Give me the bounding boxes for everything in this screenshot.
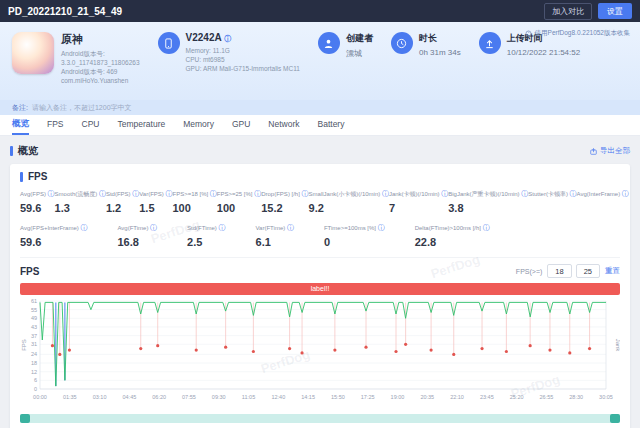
svg-text:31: 31 <box>31 341 37 347</box>
info-icon[interactable]: ⓘ <box>622 190 629 197</box>
metric-value: 7 <box>389 202 448 214</box>
svg-text:25:20: 25:20 <box>510 394 524 400</box>
chart-range-scrollbar[interactable] <box>20 414 620 423</box>
info-icon[interactable]: ⓘ <box>521 190 528 197</box>
reset-button[interactable]: 重置 <box>605 266 620 276</box>
svg-text:26:55: 26:55 <box>540 394 554 400</box>
game-resource-version: Android版本号: 469 <box>61 67 140 76</box>
upload-time-value: 10/12/2022 21:54:52 <box>507 48 580 57</box>
info-icon[interactable]: ⓘ <box>210 190 217 197</box>
phone-icon <box>158 32 180 54</box>
tab-FPS[interactable]: FPS <box>47 115 64 135</box>
info-icon[interactable]: ⓘ <box>224 35 231 42</box>
metric-value: 9.2 <box>309 202 389 214</box>
creator-value: 漂城 <box>346 48 373 59</box>
tab-概览[interactable]: 概览 <box>12 115 29 135</box>
game-icon <box>12 32 54 74</box>
device-block: V2242A ⓘ Memory: 11.1G CPU: mt6985 GPU: … <box>158 32 300 73</box>
metric-label: BigJank(严重卡顿)(/10min) ⓘ <box>448 189 528 199</box>
metric-value: 1.3 <box>55 202 106 214</box>
info-icon[interactable]: ⓘ <box>99 190 106 197</box>
collector-version-note: 使用PerfDog8.0.221052版本收集 <box>525 29 630 38</box>
export-all-button[interactable]: 导出全部 <box>590 146 630 156</box>
game-version-label: Android版本号: <box>61 49 140 58</box>
person-icon <box>318 32 340 54</box>
fps-chart-header: FPS FPS(>=) 1825 重置 <box>20 264 620 278</box>
tab-Temperature[interactable]: Temperature <box>117 115 165 135</box>
metric-cell: Std(FTime) ⓘ2.5 <box>187 223 225 248</box>
fps-threshold-label: FPS(>=) <box>516 268 542 275</box>
fps-panel-title: FPS <box>28 171 47 182</box>
info-icon[interactable]: ⓘ <box>378 224 385 231</box>
settings-button[interactable]: 设置 <box>598 3 632 19</box>
tab-bar: 概览FPSCPUTemperatureMemoryGPUNetworkBatte… <box>0 115 640 136</box>
svg-text:30:05: 30:05 <box>599 394 613 400</box>
tab-Network[interactable]: Network <box>268 115 299 135</box>
info-icon[interactable]: ⓘ <box>287 224 294 231</box>
info-icon[interactable]: ⓘ <box>80 224 87 231</box>
refresh-icon <box>525 30 532 37</box>
svg-text:43: 43 <box>31 324 37 330</box>
info-icon[interactable]: ⓘ <box>483 224 490 231</box>
info-icon[interactable]: ⓘ <box>441 190 448 197</box>
svg-text:15:50: 15:50 <box>331 394 345 400</box>
info-icon[interactable]: ⓘ <box>132 190 139 197</box>
info-icon[interactable]: ⓘ <box>48 190 55 197</box>
tab-GPU[interactable]: GPU <box>232 115 250 135</box>
fps-thresholds: 1825 <box>547 264 600 278</box>
device-gpu: GPU: ARM Mali-G715-Immortalis MC11 <box>186 64 300 73</box>
content-area: 概览 导出全部 FPS Avg(FPS) ⓘ59.6Smooth(流畅度) ⓘ1… <box>0 136 640 428</box>
compare-button[interactable]: 加入对比 <box>544 3 592 20</box>
metric-value: 100 <box>172 202 216 214</box>
metric-label: Std(FPS) ⓘ <box>106 189 139 199</box>
svg-text:24: 24 <box>31 351 37 357</box>
metric-value: 15.2 <box>261 202 308 214</box>
svg-text:6: 6 <box>34 377 37 383</box>
metric-cell: Smooth(流畅度) ⓘ1.3 <box>55 189 106 214</box>
svg-text:11:05: 11:05 <box>242 394 255 400</box>
upload-icon <box>479 32 501 54</box>
svg-text:23:45: 23:45 <box>480 394 494 400</box>
metric-cell: Std(FPS) ⓘ1.2 <box>106 189 139 214</box>
metric-label: SmallJank(小卡顿)(/10min) ⓘ <box>309 189 389 199</box>
metric-label: Avg(FPS) ⓘ <box>20 189 55 199</box>
scrollbar-left-handle[interactable] <box>20 414 30 423</box>
info-icon[interactable]: ⓘ <box>254 190 261 197</box>
info-icon[interactable]: ⓘ <box>219 224 226 231</box>
info-icon[interactable]: ⓘ <box>150 224 157 231</box>
metrics-row-2: Avg(FPS+InterFrame) ⓘ59.6Avg(FTime) ⓘ16.… <box>20 223 620 248</box>
svg-text:0: 0 <box>34 386 37 392</box>
chart-label-banner: label!! <box>20 283 620 295</box>
tab-Battery[interactable]: Battery <box>318 115 345 135</box>
metric-cell: BigJank(严重卡顿)(/10min) ⓘ3.8 <box>448 189 528 214</box>
note-text: 请输入备注，不超过1200字中文 <box>32 103 132 113</box>
fps-threshold-controls: FPS(>=) 1825 重置 <box>516 264 620 278</box>
topbar: PD_20221210_21_54_49 加入对比 设置 <box>0 0 640 22</box>
fps-panel-header: FPS <box>20 171 620 182</box>
metric-value: 22.8 <box>415 236 490 248</box>
info-icon[interactable]: ⓘ <box>382 190 389 197</box>
creator-block: 创建者 漂城 <box>318 32 373 59</box>
overview-section-header: 概览 导出全部 <box>10 144 630 158</box>
metric-value: 1.2 <box>106 202 139 214</box>
metric-cell: FTime>=100ms [%] ⓘ0 <box>324 223 385 248</box>
fps-threshold-input[interactable]: 18 <box>547 264 571 278</box>
svg-text:49: 49 <box>31 315 37 321</box>
svg-text:12:40: 12:40 <box>271 394 285 400</box>
fps-chart-title: FPS <box>20 266 39 277</box>
metric-value <box>528 202 576 214</box>
tab-Memory[interactable]: Memory <box>183 115 214 135</box>
scrollbar-right-handle[interactable] <box>610 414 620 423</box>
metric-value: 59.6 <box>20 202 55 214</box>
fps-threshold-input[interactable]: 25 <box>576 264 600 278</box>
info-icon[interactable]: ⓘ <box>302 190 309 197</box>
metric-value: 1.5 <box>139 202 172 214</box>
svg-text:18: 18 <box>31 360 37 366</box>
metric-value: 0 <box>324 236 385 248</box>
info-icon[interactable]: ⓘ <box>165 190 172 197</box>
info-icon[interactable]: ⓘ <box>570 190 577 197</box>
fps-chart-area[interactable]: 06121824313743495561FPSJank00:0001:3503:… <box>20 296 620 412</box>
tab-CPU[interactable]: CPU <box>82 115 100 135</box>
metric-value: 16.8 <box>117 236 157 248</box>
game-package: com.miHoYo.Yuanshen <box>61 76 140 85</box>
